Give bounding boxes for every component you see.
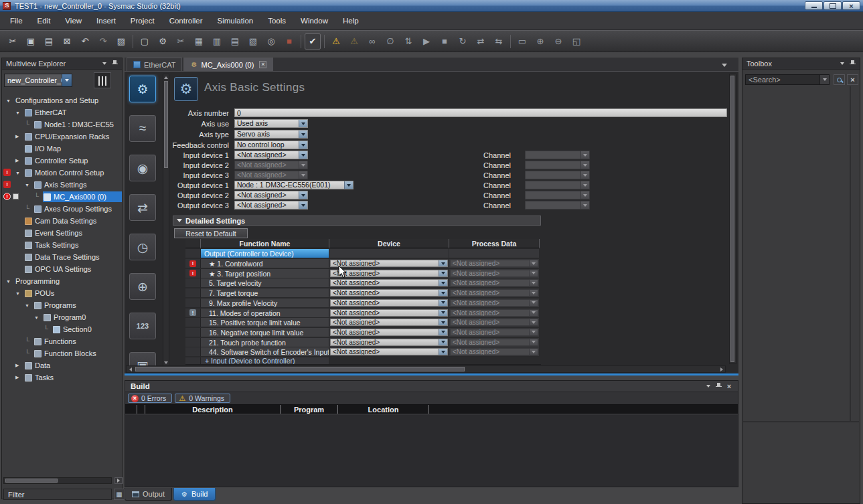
panel-menu-chevron-icon[interactable] [101,61,108,66]
scroll-up-icon[interactable] [163,74,169,80]
tree-item-task-settings[interactable]: Task Settings [2,239,122,251]
table-group-row[interactable]: Output (Controller to Device) [185,249,541,258]
device-select[interactable]: <Not assigned> [330,289,448,297]
device-select[interactable]: <Not assigned> [330,339,448,346]
detailed-settings-toggle[interactable]: Detailed Settings [173,216,541,226]
chevron-down-icon[interactable] [439,310,447,316]
expand-arrow-icon[interactable]: ▼ [6,279,15,284]
variable-table-icon[interactable]: ▦ [191,33,207,50]
expand-arrow-icon[interactable]: ▶ [15,363,24,368]
axis-basic-settings-icon[interactable]: ⚙ [129,76,156,102]
menu-tools[interactable]: Tools [260,12,293,29]
chevron-down-icon[interactable] [439,260,447,266]
toolbox-search-input[interactable]: <Search> [745,74,830,85]
chevron-down-icon[interactable] [439,300,447,306]
io-map-grid-icon[interactable]: ▥ [209,33,225,50]
output-device-2-select[interactable]: <Not assigned> [234,191,308,199]
chevron-down-icon[interactable] [439,329,447,335]
copy-icon[interactable]: ▣ [23,33,39,50]
device-select[interactable]: <Not assigned> [330,309,448,317]
feedback-control-select[interactable]: No control loop [234,141,308,149]
tree-item-node1-dm3c-ec55[interactable]: └Node1 : DM3C-EC55 [2,118,122,131]
axis-type-select[interactable]: Servo axis [234,130,308,139]
expand-arrow-icon[interactable]: ▶ [15,134,24,139]
cut-icon[interactable]: ✂ [5,33,21,50]
zoom-in-icon[interactable]: ⊕ [532,33,548,50]
window-layout-icon[interactable]: ▢ [137,33,153,50]
chevron-down-icon[interactable] [439,270,447,276]
page-edit-icon[interactable]: ▨ [113,33,129,50]
chevron-down-icon[interactable] [439,339,447,345]
delete-icon[interactable]: ⊠ [59,33,75,50]
undo-icon[interactable]: ↶ [77,33,93,50]
chevron-down-icon[interactable] [299,120,307,127]
reset-to-default-button[interactable]: Reset to Default [174,228,248,238]
zoom-fit-icon[interactable]: ◱ [568,33,584,50]
expand-arrow-icon[interactable]: ▼ [6,98,15,103]
tab-ethercat[interactable]: EtherCAT [127,58,182,71]
expand-arrow-icon[interactable]: ▼ [25,303,33,308]
device-select[interactable]: <Not assigned> [330,319,448,326]
tree-item-axes-group-settings[interactable]: └Axes Group Settings [2,203,122,215]
build-controller-icon[interactable]: ⚠ [328,33,344,50]
errors-filter-button[interactable]: 0 Errors [128,394,172,403]
controller-select[interactable]: new_Controller_0 [4,74,72,87]
clear-search-button[interactable] [847,74,858,85]
limit-settings-icon[interactable]: ◷ [129,234,156,260]
chevron-down-icon[interactable] [299,131,307,138]
chevron-down-icon[interactable] [439,280,447,286]
tree-item-functions[interactable]: └Functions [2,335,122,347]
expand-arrow-icon[interactable]: ▼ [25,183,33,187]
panel-menu-chevron-icon[interactable] [839,61,846,66]
pin-icon[interactable] [112,60,118,68]
tree-item-cam-data-settings[interactable]: Cam Data Settings [2,215,122,227]
scroll-left-icon[interactable] [127,366,134,372]
axis-number-input[interactable]: 0 [234,108,727,117]
menu-project[interactable]: Project [123,12,162,29]
menu-view[interactable]: View [58,12,89,29]
close-tab-icon[interactable] [259,61,266,68]
chevron-down-icon[interactable] [439,290,447,296]
menu-file[interactable]: File [3,12,30,29]
device-select[interactable]: <Not assigned> [330,348,448,355]
tree-item-data[interactable]: ▶Data [2,359,122,371]
menu-simulation[interactable]: Simulation [210,12,261,29]
tree-item-program0[interactable]: ▼Program0 [2,311,122,323]
device-select[interactable]: <Not assigned> [330,279,448,286]
tree-item-motion-control-setup[interactable]: !▼Motion Control Setup [2,167,122,179]
redo-icon[interactable]: ↷ [95,33,111,50]
table-row-input-group[interactable]: + Input (Device to Controller) [185,357,541,365]
chevron-down-icon[interactable] [62,74,72,86]
device-select[interactable]: <Not assigned> [330,270,448,277]
search-binoculars-icon[interactable]: ◎ [263,33,279,50]
program-check-icon[interactable]: ✔ [305,33,321,50]
transfer-to-controller-icon[interactable]: ⇄ [473,33,489,50]
tree-item-cpu-expansion-racks[interactable]: ▶CPU/Expansion Racks [2,131,122,143]
cross-reference-icon[interactable]: ▧ [245,33,261,50]
selection-frame-icon[interactable]: ▭ [514,33,530,50]
tab-output[interactable]: Output [125,488,172,501]
tree-item-data-trace-settings[interactable]: Data Trace Settings [2,251,122,263]
stop-mode-icon[interactable]: ■ [437,33,453,50]
tree-item-ethercat[interactable]: ▼EtherCAT [2,106,122,118]
horizontal-splitter[interactable] [125,373,738,375]
tree-item-configurations-and-setup[interactable]: ▼Configurations and Setup [2,94,122,106]
online-edit-icon[interactable]: ✂ [173,33,189,50]
menu-help[interactable]: Help [335,12,366,29]
go-online-icon[interactable]: ∞ [364,33,380,50]
expand-arrow-icon[interactable]: ▶ [15,375,24,380]
transfer-from-controller-icon[interactable]: ⇆ [491,33,507,50]
device-select[interactable]: <Not assigned> [330,299,448,307]
scrollbar-thumb[interactable] [5,479,58,483]
scroll-down-icon[interactable] [163,359,169,365]
editor-horizontal-scrollbar[interactable] [126,365,726,373]
tree-item-programs[interactable]: ▼Programs [2,299,122,311]
expand-arrow-icon[interactable]: ▶ [15,158,24,163]
tree-item-programming[interactable]: ▼Programming [2,275,122,287]
reset-controller-icon[interactable]: ↻ [455,33,471,50]
tree-item-tasks[interactable]: ▶Tasks [2,371,122,384]
close-button[interactable] [842,1,860,10]
paste-icon[interactable]: ▤ [41,33,57,50]
scroll-right-button[interactable] [114,477,123,484]
panel-menu-chevron-icon[interactable] [705,384,712,389]
